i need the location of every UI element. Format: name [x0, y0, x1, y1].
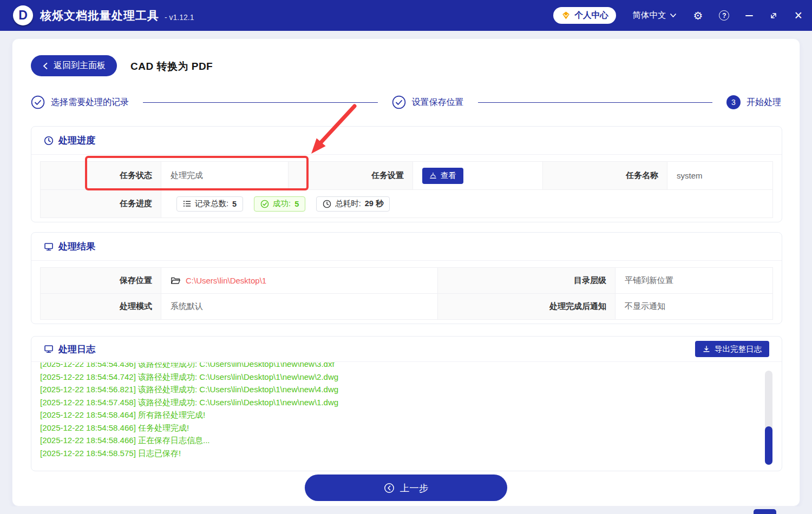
help-icon[interactable]: ? [719, 10, 729, 21]
previous-step-button[interactable]: 上一步 [305, 475, 507, 501]
minimize-button[interactable] [745, 15, 753, 16]
view-settings-button[interactable]: 查看 [422, 168, 463, 184]
process-mode-value: 系统默认 [161, 294, 438, 320]
language-label: 简体中文 [632, 10, 666, 21]
monitor-icon [44, 344, 54, 354]
task-settings-label: 任务设置 [289, 162, 413, 190]
success-badge: 成功: 5 [254, 196, 305, 212]
elapsed-value: 29 秒 [365, 199, 384, 209]
main-card: 返回到主面板 CAD 转换为 PDF 选择需要处理的记录 设置保存位置 [12, 38, 800, 506]
app-window: D 核烁文档批量处理工具 - v1.12.1 个人中心 简体中文 ⚙ ? [0, 0, 812, 514]
elapsed-time-badge: 总耗时: 29 秒 [316, 196, 390, 212]
export-log-label: 导出完整日志 [715, 344, 762, 354]
step-3: 3 开始处理 [726, 95, 781, 109]
siren-icon [429, 172, 437, 180]
back-to-dashboard-button[interactable]: 返回到主面板 [31, 55, 117, 76]
log-entry: [2025-12-22 18:54:58.466] 任务处理完成! [40, 421, 773, 434]
log-output[interactable]: [2025-12-22 18:54:54.436] 该路径处理成功: C:\Us… [31, 363, 782, 470]
task-status-label: 任务状态 [41, 162, 161, 190]
save-location-label: 保存位置 [41, 268, 161, 294]
log-scrollbar-thumb[interactable] [765, 426, 772, 465]
step-2-label: 设置保存位置 [412, 97, 464, 108]
log-entry: [2025-12-22 18:54:56.821] 该路径处理成功: C:\Us… [40, 383, 773, 396]
notify-value: 不显示通知 [615, 294, 773, 320]
log-entry: [2025-12-22 18:54:54.742] 该路径处理成功: C:\Us… [40, 371, 773, 384]
result-table: 保存位置 C:\Users\lin\Desktop\1 目录层级 平铺到新位置 [40, 267, 773, 320]
table-row: 处理模式 系统默认 处理完成后通知 不显示通知 [41, 294, 773, 320]
user-center-button[interactable]: 个人中心 [553, 7, 616, 24]
result-section-title: 处理结果 [58, 240, 95, 253]
elapsed-label: 总耗时: [335, 199, 361, 209]
log-entry: [2025-12-22 18:54:58.464] 所有路径处理完成! [40, 408, 773, 421]
logo-letter: D [18, 8, 28, 23]
log-entry: [2025-12-22 18:54:58.575] 日志已保存! [40, 447, 773, 460]
result-section: 处理结果 保存位置 C:\Users\lin\Desktop\1 [31, 232, 782, 324]
page-title: CAD 转换为 PDF [130, 60, 213, 74]
step-1: 选择需要处理的记录 [31, 95, 129, 109]
step-3-number: 3 [726, 95, 741, 109]
floating-widget-fragment [754, 509, 776, 514]
back-button-label: 返回到主面板 [54, 60, 106, 71]
log-section: 处理日志 导出完整日志 [2025-12-22 18:54:54.436] 该路… [31, 336, 782, 471]
directory-level-label: 目录层级 [438, 268, 615, 294]
app-logo: D [13, 5, 33, 25]
table-row: 任务状态 处理完成 任务设置 查看 任务名称 [41, 162, 773, 190]
list-icon [183, 200, 191, 208]
progress-section-title: 处理进度 [58, 134, 95, 147]
success-value: 5 [294, 200, 299, 208]
task-name-value: system [667, 162, 773, 190]
task-name-label: 任务名称 [543, 162, 667, 190]
log-section-title: 处理日志 [58, 343, 95, 355]
window-bottom-strip [0, 506, 812, 514]
export-log-button[interactable]: 导出完整日志 [695, 341, 769, 357]
maximize-button[interactable] [769, 11, 778, 20]
close-button[interactable]: × [794, 9, 802, 22]
app-title: 核烁文档批量处理工具 [40, 8, 159, 23]
log-scrollbar-track[interactable] [765, 371, 772, 465]
progress-section: 处理进度 任务状态 处理完成 任务设置 查看 [31, 126, 782, 222]
step-1-label: 选择需要处理的记录 [51, 97, 129, 108]
settings-gear-icon[interactable]: ⚙ [693, 10, 703, 21]
task-status-value: 处理完成 [161, 162, 289, 190]
records-value: 5 [232, 200, 237, 208]
step-check-icon [392, 95, 406, 109]
progress-table: 任务状态 处理完成 任务设置 查看 任务名称 [40, 161, 773, 218]
clock-icon [44, 136, 54, 146]
process-mode-label: 处理模式 [41, 294, 161, 320]
step-indicator: 选择需要处理的记录 设置保存位置 3 开始处理 [31, 93, 781, 111]
table-row: 保存位置 C:\Users\lin\Desktop\1 目录层级 平铺到新位置 [41, 268, 773, 294]
notify-label: 处理完成后通知 [438, 294, 615, 320]
circle-chevron-left-icon [384, 483, 395, 493]
log-entry: [2025-12-22 18:54:54.436] 该路径处理成功: C:\Us… [40, 363, 773, 371]
monitor-icon [44, 242, 54, 252]
step-2: 设置保存位置 [392, 95, 464, 109]
step-connector [143, 102, 378, 103]
view-button-label: 查看 [441, 170, 456, 181]
log-entry: [2025-12-22 18:54:57.458] 该路径处理成功: C:\Us… [40, 396, 773, 409]
folder-open-icon [171, 276, 181, 285]
check-circle-icon [260, 200, 269, 208]
step-3-label: 开始处理 [746, 97, 781, 108]
chevron-left-icon [42, 62, 49, 70]
step-connector [478, 102, 713, 103]
directory-level-value: 平铺到新位置 [615, 268, 773, 294]
log-entry: [2025-12-22 18:54:58.466] 正在保存日志信息... [40, 434, 773, 447]
table-row: 任务进度 记录总数: 5 [41, 190, 773, 218]
user-center-label: 个人中心 [574, 10, 608, 21]
save-location-path[interactable]: C:\Users\lin\Desktop\1 [186, 276, 266, 285]
records-label: 记录总数: [195, 199, 228, 209]
success-label: 成功: [273, 199, 291, 209]
language-selector[interactable]: 简体中文 [632, 10, 677, 21]
app-version: - v1.12.1 [165, 13, 194, 22]
previous-step-label: 上一步 [400, 482, 429, 495]
step-check-icon [31, 95, 45, 109]
gem-icon [561, 11, 571, 20]
clock-icon [323, 200, 331, 208]
task-progress-label: 任务进度 [41, 190, 161, 218]
records-total-badge: 记录总数: 5 [176, 196, 243, 212]
title-bar: D 核烁文档批量处理工具 - v1.12.1 个人中心 简体中文 ⚙ ? [0, 0, 812, 31]
download-icon [703, 345, 710, 353]
chevron-down-icon [670, 13, 677, 18]
